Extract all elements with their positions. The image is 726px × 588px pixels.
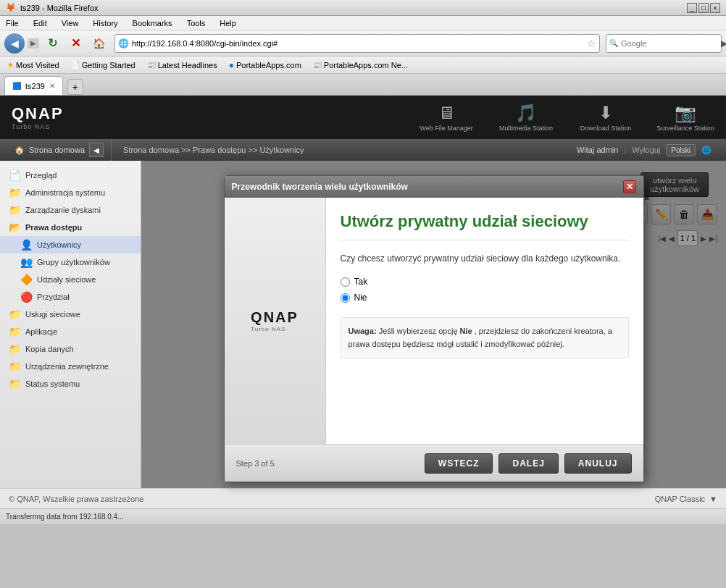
reload-button[interactable]: ↻ [42, 33, 62, 54]
forward-button[interactable]: ▶ [28, 38, 39, 49]
sidebar-item-aplikacje[interactable]: 📁 Aplikacje [0, 323, 141, 340]
theme-dropdown-icon[interactable]: ▼ [709, 495, 717, 503]
content-area: utwórz wielu użytkowników Akcja 🔑 ✏️ 🗑 📥… [141, 161, 726, 488]
menu-file[interactable]: File [3, 17, 22, 29]
bookmark-label-3: PortableApps.com [236, 61, 301, 70]
menu-help[interactable]: Help [217, 17, 239, 29]
dialog-step-title: Utwórz prywatny udział sieciowy [341, 212, 629, 231]
active-tab[interactable]: 🟦 ts239 ✕ [4, 76, 63, 95]
dialog-note: Uwaga: Jeśli wybierzesz opcję Nie , prze… [341, 317, 629, 358]
sidebar-label-prawa: Prawa dostępu [25, 223, 82, 232]
nav-download-station[interactable]: ⬇ Download Station [577, 103, 635, 132]
dialog-logo: QNAP Turbo NAS [251, 309, 299, 332]
dialog-buttons: WSTECZ DALEJ ANULUJ [425, 453, 632, 474]
menu-view[interactable]: View [59, 17, 82, 29]
nav-surveillance-station[interactable]: 📷 Surveillance Station [656, 103, 714, 132]
radio-group: Tak Nie [341, 277, 629, 303]
radio-nie-input[interactable] [341, 293, 350, 303]
tabs-bar: 🟦 ts239 ✕ + [0, 74, 726, 96]
window-controls[interactable]: _ □ × [687, 3, 720, 13]
sidebar-item-uslugi[interactable]: 📁 Usługi sieciowe [0, 306, 141, 323]
dialog-logo-text: QNAP [251, 309, 299, 326]
bookmark-icon-3: ● [229, 60, 234, 70]
page-icon: 🌐 [118, 38, 129, 49]
menu-bookmarks[interactable]: Bookmarks [130, 17, 175, 29]
bookmark-icon-0: ★ [7, 61, 14, 69]
menu-tools[interactable]: Tools [184, 17, 209, 29]
sidebar-label-udzialy: Udziały sieciowe [37, 275, 96, 284]
browser-status-bar: Transferring data from 192.168.0.4... [0, 508, 726, 524]
language-selector[interactable]: Polski [666, 144, 696, 156]
next-button[interactable]: DALEJ [498, 453, 558, 474]
radio-nie-label[interactable]: Nie [341, 293, 629, 303]
sidebar-item-uzytkownicy[interactable]: 👤 Użytkownicy [0, 236, 141, 253]
sidebar-item-kopia[interactable]: 📁 Kopia danych [0, 340, 141, 358]
sidebar: 📄 Przegląd 📁 Administracja systemu 📁 Zar… [0, 161, 141, 488]
sidebar-item-przeglad[interactable]: 📄 Przegląd [0, 167, 141, 184]
sidebar-item-grupy[interactable]: 👥 Grupy użytkowników [0, 253, 141, 271]
bookmark-portableapps[interactable]: ● PortableApps.com [226, 59, 304, 72]
radio-tak-input[interactable] [341, 277, 350, 287]
sidebar-collapse-button[interactable]: ◀ [89, 143, 104, 157]
radio-tak-label[interactable]: Tak [341, 277, 629, 287]
bookmark-label-0: Most Visited [16, 61, 59, 70]
sidebar-label-grupy: Grupy użytkowników [37, 258, 110, 266]
administracja-icon: 📁 [9, 187, 21, 198]
close-button[interactable]: × [710, 3, 720, 13]
new-tab-button[interactable]: + [67, 79, 83, 95]
main-area: 📄 Przegląd 📁 Administracja systemu 📁 Zar… [0, 161, 726, 488]
welcome-text: Witaj admin [577, 146, 618, 154]
wizard-dialog: Przewodnik tworzenia wielu użytkowników … [224, 175, 644, 482]
sidebar-item-udzialy[interactable]: 🔶 Udziały sieciowe [0, 271, 141, 288]
sidebar-item-prawa-dostepu[interactable]: 📂 Prawa dostępu [0, 219, 141, 236]
copyright-text: © QNAP, Wszelkie prawa zastrzeżone [9, 495, 143, 503]
bookmark-icon-2: 📰 [147, 61, 156, 69]
search-submit-icon[interactable]: ▶ [721, 38, 726, 49]
firefox-icon: 🦊 [6, 3, 16, 12]
browser-titlebar: 🦊 ts239 - Mozilla Firefox _ □ × [0, 0, 726, 16]
minimize-button[interactable]: _ [687, 3, 697, 13]
bookmark-most-visited[interactable]: ★ Most Visited [4, 59, 62, 71]
browser-title: ts239 - Mozilla Firefox [20, 4, 99, 12]
bookmark-star-icon[interactable]: ☆ [587, 38, 596, 49]
cancel-button[interactable]: ANULUJ [564, 453, 632, 474]
sidebar-item-administracja[interactable]: 📁 Administracja systemu [0, 184, 141, 201]
back-button[interactable]: ◀ [4, 33, 25, 54]
aplikacje-icon: 📁 [9, 326, 21, 337]
home-button[interactable]: 🏠 [88, 33, 109, 54]
search-input[interactable] [621, 39, 721, 48]
stop-button[interactable]: ✕ [65, 33, 85, 54]
multimedia-station-icon: 🎵 [515, 103, 537, 123]
nav-multimedia-station[interactable]: 🎵 Multimedia Station [497, 103, 555, 132]
bookmark-latest-headlines[interactable]: 📰 Latest Headlines [144, 59, 220, 71]
nav-web-file-manager[interactable]: 🖥 Web File Manager [417, 103, 475, 132]
note-bold-prefix: Uwaga: [349, 327, 377, 335]
menu-edit[interactable]: Edit [30, 17, 50, 29]
menu-history[interactable]: History [90, 17, 120, 29]
sidebar-item-przydział[interactable]: 🔴 Przydział [0, 288, 141, 306]
navbar-home[interactable]: 🏠 Strona domowa ◀ [7, 139, 112, 161]
address-input[interactable] [132, 39, 584, 48]
dialog-footer: Step 3 of 5 WSTECZ DALEJ ANULUJ [225, 444, 643, 482]
uzytkownicy-icon: 👤 [20, 239, 33, 251]
browser-toolbar: ◀ ▶ ↻ ✕ 🏠 🌐 ☆ 🔍 ▶ [0, 30, 726, 56]
tab-close-button[interactable]: ✕ [49, 82, 55, 90]
sidebar-item-status[interactable]: 📁 Status systemu [0, 375, 141, 392]
maximize-button[interactable]: □ [698, 3, 709, 13]
dialog-sidebar: QNAP Turbo NAS [225, 198, 326, 444]
sidebar-item-zarzadzanie[interactable]: 📁 Zarządzanie dyskami [0, 201, 141, 219]
forward-back-group: ▶ [28, 38, 39, 49]
bookmark-icon-4: 📰 [313, 61, 322, 69]
bookmark-getting-started[interactable]: 📄 Getting Started [68, 59, 138, 71]
bookmark-label-1: Getting Started [82, 61, 135, 70]
back-button[interactable]: WSTECZ [425, 453, 493, 474]
download-station-icon: ⬇ [598, 103, 613, 123]
navbar-right: Witaj admin | Wyloguj Polski 🌐 [569, 144, 719, 156]
search-bar-wrap: 🔍 ▶ [606, 34, 722, 53]
dialog-close-button[interactable]: ✕ [623, 180, 636, 193]
bookmark-portableapps-ne[interactable]: 📰 PortableApps.com Ne... [310, 59, 411, 71]
sidebar-label-aplikacje: Aplikacje [25, 327, 57, 336]
nav-label-2: Download Station [580, 125, 632, 132]
sidebar-item-urzadzenia[interactable]: 📁 Urządzenia zewnętrzne [0, 358, 141, 375]
logout-link[interactable]: Wyloguj [632, 146, 660, 154]
